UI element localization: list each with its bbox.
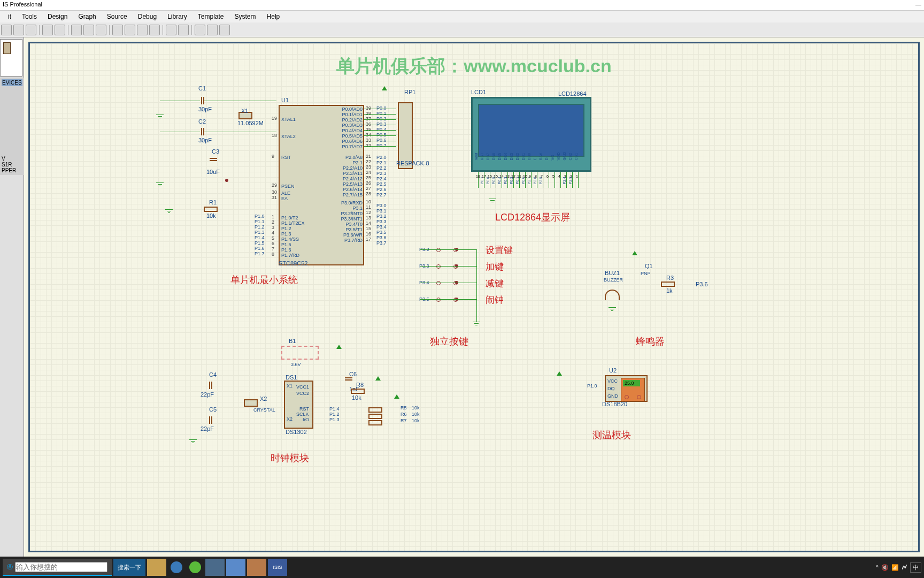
component-x2[interactable] — [244, 399, 258, 407]
lcd-net-label: P0.1 — [515, 177, 519, 184]
component-r1[interactable] — [204, 207, 218, 212]
net-label: P3.5 — [376, 230, 387, 235]
wire — [364, 109, 396, 109]
app-icon[interactable] — [247, 559, 266, 576]
origin-icon[interactable] — [83, 25, 94, 35]
device-item[interactable]: S1R — [2, 162, 22, 168]
zoom-out-icon[interactable] — [125, 25, 135, 35]
menu-it[interactable]: it — [3, 12, 17, 21]
component-lcd1[interactable] — [471, 97, 591, 172]
mcu-pin-right: P3.3/INT1 — [340, 216, 363, 222]
schematic-sheet[interactable]: 单片机俱乐部：www.mcuclub.cn U1 STC89C52 XTAL1 … — [28, 42, 920, 552]
lcd-pin-label: Vout — [474, 153, 478, 160]
redo-icon[interactable] — [178, 25, 189, 35]
pin-number: 12 — [366, 210, 371, 215]
zoom-all-icon[interactable] — [137, 25, 148, 35]
browser-icon[interactable] — [171, 561, 182, 573]
lcd-pin-label: RST — [480, 153, 484, 161]
edge-icon: ⓔ — [7, 563, 13, 571]
device-item[interactable]: V — [2, 156, 22, 162]
save-icon[interactable] — [26, 25, 36, 35]
minimize-icon[interactable]: — — [915, 1, 921, 9]
component-buz1[interactable] — [605, 290, 620, 300]
lcd-net-label: P0.2 — [510, 177, 513, 184]
lcd-pin-num: 4 — [558, 174, 560, 178]
component-r3[interactable] — [661, 282, 675, 287]
menu-graph[interactable]: Graph — [73, 12, 101, 21]
component-r7[interactable] — [368, 420, 382, 425]
component-r5[interactable] — [368, 407, 382, 413]
device-item[interactable]: PPER — [2, 168, 22, 173]
mcu-pin-left: P1.0/T2 — [281, 215, 298, 220]
menu-library[interactable]: Library — [162, 12, 192, 21]
lcd-net-label: P0.4 — [498, 177, 502, 184]
app-icon[interactable] — [226, 559, 245, 576]
wire — [578, 172, 579, 188]
component-c4[interactable] — [209, 382, 212, 389]
mcu-pin-right: P2.5/A13 — [340, 181, 363, 187]
system-tray[interactable]: ^ 🔇 📶 🗲 中 — [876, 562, 921, 573]
menu-template[interactable]: Template — [192, 12, 229, 21]
lcd-net-label: P0.3 — [504, 177, 507, 184]
copy-icon[interactable] — [207, 25, 218, 35]
schematic-canvas[interactable]: 单片机俱乐部：www.mcuclub.cn U1 STC89C52 XTAL1 … — [24, 37, 924, 557]
c5-val: 22pF — [201, 425, 214, 432]
taskbar-edge[interactable]: ⓔ — [3, 559, 112, 576]
component-u2[interactable]: VCC DQ GND 25.0 — [605, 375, 648, 402]
x2-ref: X2 — [260, 396, 267, 402]
lcd-pin-label: DB1 — [521, 153, 525, 161]
component-c3[interactable] — [210, 158, 217, 161]
down-icon[interactable] — [625, 395, 629, 399]
zoom-area-icon[interactable] — [55, 25, 65, 35]
menu-tools[interactable]: Tools — [17, 12, 42, 21]
grid-icon[interactable] — [71, 25, 82, 35]
menu-design[interactable]: Design — [42, 12, 73, 21]
component-r6[interactable] — [368, 414, 382, 419]
proteus-icon[interactable]: ISIS — [268, 559, 287, 576]
chip-icon — [3, 42, 11, 54]
new-icon[interactable] — [1, 25, 12, 35]
center-icon[interactable] — [96, 25, 106, 35]
print-icon[interactable] — [42, 25, 53, 35]
menu-source[interactable]: Source — [102, 12, 133, 21]
component-r8[interactable] — [351, 389, 365, 394]
pin-number: 31 — [272, 195, 277, 200]
chevron-up-icon[interactable]: ^ — [876, 564, 879, 571]
pin-number: 30 — [272, 189, 277, 195]
pin-number: 15 — [366, 226, 371, 231]
component-c6[interactable] — [345, 377, 352, 381]
zoom-sel-icon[interactable] — [149, 25, 160, 35]
zoom-in-icon[interactable] — [112, 25, 123, 35]
u2-vcc: VCC — [607, 378, 618, 384]
devices-panel: EVICES V S1R PPER — [0, 78, 24, 175]
mcu-pin-left: XTAL2 — [281, 134, 296, 139]
menu-help[interactable]: Help — [261, 12, 286, 21]
wifi-icon[interactable]: 📶 — [891, 564, 899, 571]
battery-icon[interactable]: 🗲 — [902, 564, 907, 571]
menu-system[interactable]: System — [229, 12, 261, 21]
component-c5[interactable] — [209, 416, 212, 424]
p0-net-label: P0.5 — [376, 132, 387, 138]
p1-net-label: P1.1 — [255, 219, 265, 224]
open-icon[interactable] — [13, 25, 24, 35]
component-b1-selected[interactable] — [281, 346, 319, 360]
search-button[interactable]: 搜索一下 — [113, 559, 145, 576]
mcu-pin-right: P3.6/WR — [340, 232, 363, 238]
lang-indicator[interactable]: 中 — [910, 562, 921, 573]
paste-icon[interactable] — [219, 25, 230, 35]
search-input[interactable] — [15, 562, 107, 572]
component-rp1[interactable] — [398, 102, 413, 169]
up-icon[interactable] — [637, 395, 641, 399]
mcu-pin-right: P0.5/AD5 — [340, 133, 363, 139]
section-lcd: LCD12864显示屏 — [495, 211, 570, 224]
speaker-icon[interactable]: 🔇 — [881, 564, 889, 571]
app-icon[interactable] — [205, 559, 225, 576]
menu-debug[interactable]: Debug — [133, 12, 162, 21]
wire — [364, 141, 396, 141]
undo-icon[interactable] — [166, 25, 176, 35]
explorer-icon[interactable] — [147, 559, 166, 576]
q1-model: PNP — [641, 271, 651, 276]
cut-icon[interactable] — [195, 25, 205, 35]
section-mcu: 单片机最小系统 — [230, 273, 298, 286]
app-icon[interactable] — [189, 561, 201, 573]
